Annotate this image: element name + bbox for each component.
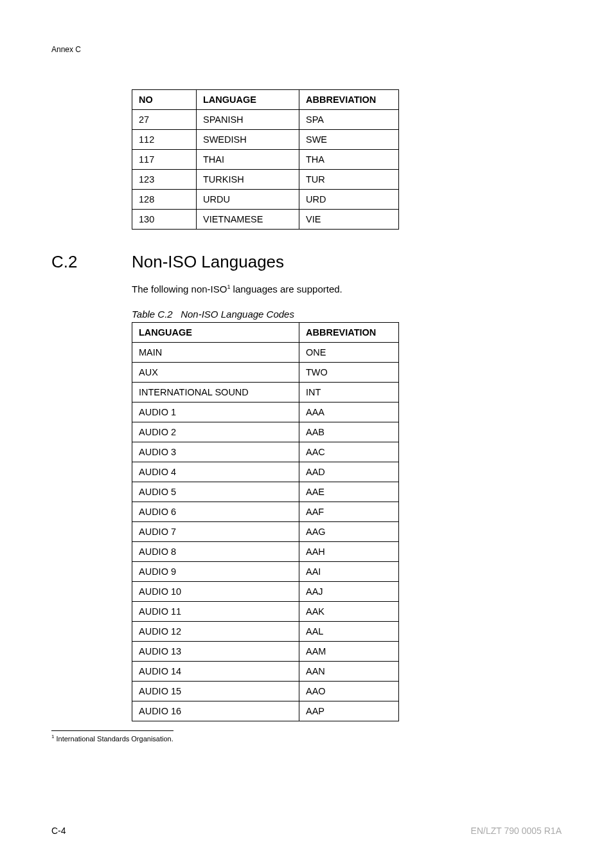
col-abbrev: ABBREVIATION (299, 323, 399, 343)
cell-language: AUDIO 11 (132, 602, 299, 622)
cell-abbrev: SWE (299, 130, 399, 150)
footer-page-number: C-4 (51, 826, 66, 836)
col-language: LANGUAGE (197, 90, 299, 110)
table-row: AUDIO 4AAD (132, 462, 399, 482)
table-header-row: LANGUAGE ABBREVIATION (132, 323, 399, 343)
cell-abbrev: AAG (299, 522, 399, 542)
cell-abbrev: AAN (299, 662, 399, 682)
cell-abbrev: AAH (299, 542, 399, 562)
cell-abbrev: AAO (299, 682, 399, 701)
cell-language: AUX (132, 363, 299, 383)
table-row: INTERNATIONAL SOUNDINT (132, 383, 399, 402)
cell-abbrev: AAJ (299, 582, 399, 602)
caption-title: Non-ISO Language Codes (181, 309, 294, 320)
cell-language: MAIN (132, 343, 299, 363)
footnote-text: International Standards Organisation. (54, 735, 173, 743)
cell-abbrev: AAP (299, 701, 399, 721)
footnote: 1 International Standards Organisation. (51, 734, 173, 743)
section-number: C.2 (51, 252, 132, 272)
col-abbrev: ABBREVIATION (299, 90, 399, 110)
cell-language: AUDIO 10 (132, 582, 299, 602)
section-intro: The following non-ISO1 languages are sup… (132, 284, 562, 294)
table-row: AUDIO 5AAE (132, 482, 399, 502)
cell-abbrev: AAE (299, 482, 399, 502)
cell-no: 112 (132, 130, 197, 150)
cell-abbrev: AAD (299, 462, 399, 482)
cell-language: AUDIO 2 (132, 422, 299, 442)
page-footer: C-4 EN/LZT 790 0005 R1A (51, 826, 562, 836)
cell-language: AUDIO 4 (132, 462, 299, 482)
cell-no: 123 (132, 170, 197, 190)
section-title: Non-ISO Languages (132, 252, 284, 272)
table-row: AUDIO 6AAF (132, 502, 399, 522)
cell-language: AUDIO 16 (132, 701, 299, 721)
table-row: AUDIO 14AAN (132, 662, 399, 682)
table-row: 27SPANISHSPA (132, 110, 399, 130)
cell-language: AUDIO 8 (132, 542, 299, 562)
table-row: 117THAITHA (132, 150, 399, 170)
cell-abbrev: INT (299, 383, 399, 402)
cell-abbrev: VIE (299, 210, 399, 230)
table-caption: Table C.2 Non-ISO Language Codes (132, 309, 562, 320)
non-iso-language-table: LANGUAGE ABBREVIATION MAINONEAUXTWOINTER… (132, 322, 399, 721)
cell-abbrev: AAL (299, 622, 399, 642)
cell-no: 130 (132, 210, 197, 230)
table-header-row: NO LANGUAGE ABBREVIATION (132, 90, 399, 110)
table-row: 130VIETNAMESEVIE (132, 210, 399, 230)
footnote-separator: 1 International Standards Organisation. (51, 730, 173, 743)
cell-language: TURKISH (197, 170, 299, 190)
cell-abbrev: THA (299, 150, 399, 170)
table-row: AUXTWO (132, 363, 399, 383)
intro-pre: The following non-ISO (132, 284, 227, 294)
cell-abbrev: URD (299, 190, 399, 210)
cell-abbrev: TUR (299, 170, 399, 190)
table-row: AUDIO 15AAO (132, 682, 399, 701)
cell-language: SPANISH (197, 110, 299, 130)
cell-language: VIETNAMESE (197, 210, 299, 230)
cell-language: AUDIO 14 (132, 662, 299, 682)
table-row: AUDIO 2AAB (132, 422, 399, 442)
table-row: AUDIO 1AAA (132, 402, 399, 422)
cell-abbrev: ONE (299, 343, 399, 363)
cell-no: 27 (132, 110, 197, 130)
table-row: AUDIO 13AAM (132, 642, 399, 662)
cell-language: AUDIO 12 (132, 622, 299, 642)
table-row: AUDIO 10AAJ (132, 582, 399, 602)
intro-post: languages are supported. (230, 284, 342, 294)
cell-abbrev: AAA (299, 402, 399, 422)
col-no: NO (132, 90, 197, 110)
table-row: AUDIO 8AAH (132, 542, 399, 562)
cell-language: AUDIO 1 (132, 402, 299, 422)
cell-language: AUDIO 7 (132, 522, 299, 542)
cell-language: URDU (197, 190, 299, 210)
cell-abbrev: AAF (299, 502, 399, 522)
table-row: 112SWEDISHSWE (132, 130, 399, 150)
cell-language: THAI (197, 150, 299, 170)
table-row: 128URDUURD (132, 190, 399, 210)
cell-language: AUDIO 6 (132, 502, 299, 522)
table-row: MAINONE (132, 343, 399, 363)
cell-abbrev: SPA (299, 110, 399, 130)
cell-abbrev: TWO (299, 363, 399, 383)
cell-language: AUDIO 9 (132, 562, 299, 582)
caption-prefix: Table C.2 (132, 309, 173, 320)
table-row: AUDIO 16AAP (132, 701, 399, 721)
iso-language-table: NO LANGUAGE ABBREVIATION 27SPANISHSPA112… (132, 89, 399, 230)
cell-abbrev: AAC (299, 442, 399, 462)
cell-language: AUDIO 15 (132, 682, 299, 701)
cell-language: INTERNATIONAL SOUND (132, 383, 299, 402)
annex-header: Annex C (51, 45, 562, 54)
cell-abbrev: AAB (299, 422, 399, 442)
table-row: AUDIO 3AAC (132, 442, 399, 462)
cell-language: AUDIO 13 (132, 642, 299, 662)
cell-no: 117 (132, 150, 197, 170)
cell-no: 128 (132, 190, 197, 210)
cell-language: AUDIO 5 (132, 482, 299, 502)
cell-abbrev: AAK (299, 602, 399, 622)
table-row: AUDIO 11AAK (132, 602, 399, 622)
table-row: AUDIO 12AAL (132, 622, 399, 642)
cell-abbrev: AAM (299, 642, 399, 662)
table-row: AUDIO 7AAG (132, 522, 399, 542)
table-row: AUDIO 9AAI (132, 562, 399, 582)
table-row: 123TURKISHTUR (132, 170, 399, 190)
